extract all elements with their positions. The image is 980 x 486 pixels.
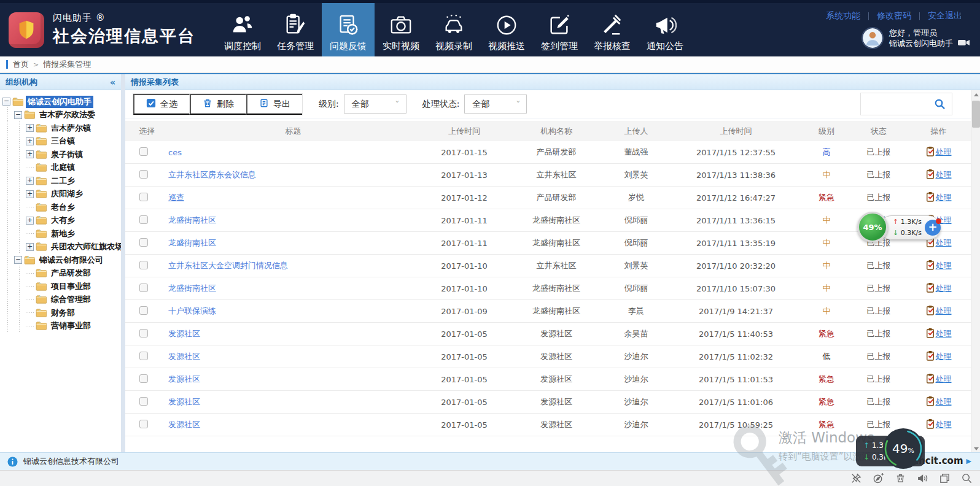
row-checkbox[interactable] bbox=[139, 306, 148, 315]
tree-node[interactable]: − 吉木萨尔政法委 bbox=[2, 109, 120, 122]
row-checkbox[interactable] bbox=[139, 193, 148, 201]
row-title-link[interactable]: 龙盛街南社区 bbox=[168, 238, 216, 247]
nav-item-dispatch-control[interactable]: 调度控制 bbox=[216, 3, 269, 56]
change-password-link[interactable]: 修改密码 bbox=[869, 10, 919, 21]
tree-node[interactable]: + 大有乡 bbox=[2, 214, 120, 228]
scroll-up-icon[interactable] bbox=[971, 90, 980, 99]
tree-node[interactable]: 产品研发部 bbox=[2, 267, 120, 280]
tree-expander-icon[interactable] bbox=[26, 299, 34, 300]
nav-item-checkin-management[interactable]: 签到管理 bbox=[533, 3, 586, 56]
tree-node[interactable]: 综合管理部 bbox=[2, 293, 120, 307]
tree-node-label[interactable]: 财务部 bbox=[49, 307, 77, 319]
tree-expander-icon[interactable]: − bbox=[2, 98, 10, 106]
row-title-link[interactable]: 发源社区 bbox=[168, 420, 200, 429]
process-link[interactable]: 处理 bbox=[936, 351, 952, 362]
process-link[interactable]: 处理 bbox=[936, 396, 952, 407]
row-title-link[interactable]: 立井东社区房东会议信息 bbox=[168, 170, 256, 179]
compass-capture-icon[interactable] bbox=[873, 472, 884, 484]
tree-node[interactable]: 北庭镇 bbox=[2, 161, 120, 175]
row-checkbox[interactable] bbox=[139, 147, 148, 156]
tree-expander-icon[interactable]: − bbox=[14, 256, 22, 264]
nav-item-problem-feedback[interactable]: 问题反馈 bbox=[322, 3, 375, 56]
tree-expander-icon[interactable]: + bbox=[26, 217, 34, 225]
tree-expander-icon[interactable] bbox=[26, 273, 34, 274]
nav-item-video-recording[interactable]: 视频录制 bbox=[427, 3, 480, 56]
tree-node-label[interactable]: 产品研发部 bbox=[49, 267, 93, 279]
process-link[interactable]: 处理 bbox=[936, 260, 952, 271]
tree-node[interactable]: + 泉子街镇 bbox=[2, 148, 120, 161]
tree-node-label[interactable]: 三台镇 bbox=[49, 135, 77, 147]
pin-disabled-icon[interactable] bbox=[850, 472, 862, 484]
tree-node[interactable]: − 锦诚云创闪电助手 bbox=[2, 95, 120, 109]
tree-node-label[interactable]: 锦诚云创有限公司 bbox=[37, 254, 105, 266]
collapse-sidebar-icon[interactable]: « bbox=[110, 77, 115, 87]
tree-node-label[interactable]: 锦诚云创闪电助手 bbox=[26, 96, 93, 108]
row-title-link[interactable]: 龙盛街南社区 bbox=[168, 215, 216, 225]
tree-expander-icon[interactable]: + bbox=[26, 190, 34, 198]
row-checkbox[interactable] bbox=[139, 170, 148, 179]
tree-expander-icon[interactable] bbox=[26, 312, 34, 313]
system-functions-link[interactable]: 系统功能 bbox=[818, 10, 868, 21]
row-checkbox[interactable] bbox=[139, 397, 148, 406]
tree-node[interactable]: + 三台镇 bbox=[2, 135, 120, 148]
process-link[interactable]: 处理 bbox=[936, 419, 952, 430]
process-link[interactable]: 处理 bbox=[936, 192, 952, 203]
speaker-icon[interactable] bbox=[917, 472, 928, 484]
tree-expander-icon[interactable]: + bbox=[26, 177, 34, 185]
row-title-link[interactable]: 发源社区 bbox=[168, 352, 200, 361]
status-select[interactable]: 全部 ˅ bbox=[464, 94, 527, 114]
scrollbar[interactable] bbox=[971, 90, 980, 453]
tree-node-label[interactable]: 北庭镇 bbox=[49, 161, 77, 174]
tree-node[interactable]: + 二工乡 bbox=[2, 174, 120, 188]
logout-link[interactable]: 安全退出 bbox=[920, 10, 970, 21]
progress-circle[interactable]: 49% bbox=[857, 212, 888, 242]
tree-expander-icon[interactable]: + bbox=[26, 137, 34, 145]
window-restore-icon[interactable] bbox=[939, 472, 951, 484]
tree-expander-icon[interactable] bbox=[26, 207, 34, 207]
row-title-link[interactable]: 发源社区 bbox=[168, 397, 200, 406]
process-link[interactable]: 处理 bbox=[936, 328, 952, 339]
tree-node-label[interactable]: 吉木萨尔政法委 bbox=[37, 109, 97, 121]
row-checkbox[interactable] bbox=[139, 215, 148, 224]
tree-expander-icon[interactable]: + bbox=[26, 124, 34, 132]
tree-expander-icon[interactable] bbox=[26, 326, 34, 326]
row-title-link[interactable]: 发源社区 bbox=[168, 329, 200, 338]
process-link[interactable]: 处理 bbox=[936, 169, 952, 180]
tree-node[interactable]: 财务部 bbox=[2, 306, 120, 320]
speed-overlay-widget[interactable]: ↑ 1.3K/s ↓ 0.3K/s 49% + bbox=[857, 212, 942, 244]
tree-node[interactable]: + 庆阳湖乡 bbox=[2, 188, 120, 201]
trash-icon[interactable] bbox=[895, 472, 906, 484]
row-checkbox[interactable] bbox=[139, 238, 148, 247]
row-title-link[interactable]: 发源社区 bbox=[168, 374, 200, 384]
process-link[interactable]: 处理 bbox=[936, 147, 952, 158]
nav-item-realtime-video[interactable]: 实时视频 bbox=[375, 3, 427, 56]
tree-node-label[interactable]: 项目事业部 bbox=[49, 280, 93, 293]
tree-node-label[interactable]: 新地乡 bbox=[49, 228, 77, 240]
tree-node-label[interactable]: 吉木萨尔镇 bbox=[49, 122, 93, 134]
tree-expander-icon[interactable] bbox=[26, 168, 34, 168]
tree-node[interactable]: 营销事业部 bbox=[2, 320, 120, 333]
nav-item-task-management[interactable]: 任务管理 bbox=[269, 3, 322, 56]
corner-progress-circle[interactable]: 49% bbox=[882, 428, 924, 469]
row-title-link[interactable]: 龙盛街南社区 bbox=[168, 284, 216, 293]
nav-item-notice-announcement[interactable]: 通知公告 bbox=[639, 3, 691, 56]
tree-expander-icon[interactable]: + bbox=[26, 150, 34, 158]
tree-node[interactable]: 新地乡 bbox=[2, 227, 120, 241]
search-icon[interactable] bbox=[961, 472, 973, 484]
tree-expander-icon[interactable] bbox=[26, 286, 34, 287]
tree-node-label[interactable]: 庆阳湖乡 bbox=[49, 188, 85, 200]
tree-node-label[interactable]: 综合管理部 bbox=[49, 293, 93, 306]
row-checkbox[interactable] bbox=[139, 420, 148, 428]
row-title-link[interactable]: 立井东社区大金空调封门情况信息 bbox=[168, 261, 288, 270]
row-checkbox[interactable] bbox=[139, 329, 148, 338]
tree-expander-icon[interactable] bbox=[26, 233, 34, 234]
tree-node[interactable]: + 兵团农六师红旗农场 bbox=[2, 241, 120, 254]
tree-expander-icon[interactable]: + bbox=[26, 243, 34, 251]
select-all-button[interactable]: 全选 bbox=[133, 94, 190, 115]
row-title-link[interactable]: 巡查 bbox=[168, 193, 184, 202]
tree-node-label[interactable]: 营销事业部 bbox=[49, 320, 93, 332]
process-link[interactable]: 处理 bbox=[936, 283, 952, 294]
row-checkbox[interactable] bbox=[139, 284, 148, 292]
scrollbar-thumb[interactable] bbox=[972, 101, 980, 128]
row-checkbox[interactable] bbox=[139, 261, 148, 269]
